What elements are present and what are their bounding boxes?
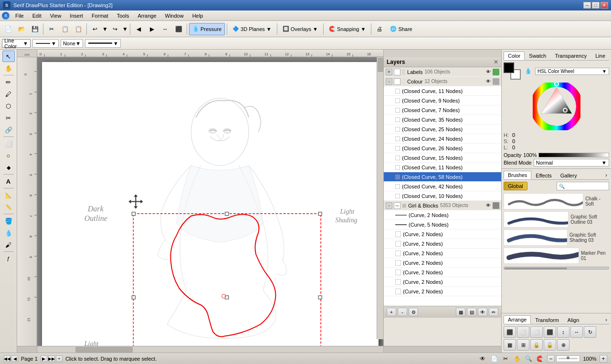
- layer-item-c2h[interactable]: (Curve, 2 Nodes): [384, 287, 501, 296]
- layer-item-cc25[interactable]: (Closed Curve, 25 Nodes): [384, 125, 501, 134]
- layer-item-c2d[interactable]: (Curve, 2 Nodes): [384, 249, 501, 258]
- color-tab-transparency[interactable]: Transparency: [550, 52, 591, 60]
- layer-item-cc58-selected[interactable]: (Closed Curve, 58 Nodes): [384, 172, 501, 182]
- layer-group-labels[interactable]: + ░ Labels 106 Objects 👁: [384, 67, 501, 77]
- open-button[interactable]: 📂: [15, 23, 28, 35]
- arrange-panel-expand-btn[interactable]: ›: [603, 316, 609, 323]
- ellipse-tool[interactable]: ○: [2, 150, 15, 161]
- girlblocks-collapse-btn[interactable]: -: [386, 202, 392, 209]
- menu-format[interactable]: Format: [88, 12, 112, 20]
- brushes-scrollbar[interactable]: [504, 267, 609, 270]
- layer-item-c2e[interactable]: (Curve, 2 Nodes): [384, 258, 501, 268]
- overlays-button[interactable]: 🔲Overlays▼: [279, 23, 321, 35]
- measure-tool[interactable]: 📏: [2, 201, 15, 213]
- line-style-dropdown[interactable]: ▼: [32, 39, 59, 48]
- page-next-btn[interactable]: ▶: [41, 355, 47, 362]
- menu-insert[interactable]: Insert: [66, 12, 87, 20]
- labels-visibility[interactable]: [394, 69, 400, 75]
- send-backward-btn[interactable]: ⬜: [530, 326, 543, 338]
- crop-tool[interactable]: 📐: [2, 189, 15, 201]
- pressure-button[interactable]: 💧Pressure: [189, 23, 225, 35]
- layer-item-cc9[interactable]: (Closed Curve, 9 Nodes): [384, 96, 501, 105]
- labels-expand-btn[interactable]: +: [386, 69, 392, 75]
- vscroll-thumb[interactable]: [378, 58, 383, 72]
- minimize-button[interactable]: ─: [583, 2, 591, 9]
- selection-handle-tl[interactable]: [132, 212, 135, 216]
- flip-h-button[interactable]: ◀: [132, 23, 145, 35]
- brushes-scroll-thumb[interactable]: [505, 268, 567, 270]
- rotate-arrange-btn[interactable]: ↻: [584, 326, 596, 338]
- selection-handle-tr[interactable]: [318, 212, 322, 216]
- layer-view-btn3[interactable]: 👁: [478, 308, 487, 316]
- redo-dropdown[interactable]: ▼: [122, 23, 128, 35]
- node-tool[interactable]: ⬡: [2, 100, 15, 112]
- connect-tool[interactable]: 🔗: [2, 124, 15, 135]
- selection-handle-mr[interactable]: [318, 296, 322, 299]
- new-button[interactable]: 📄: [2, 23, 14, 35]
- copy-button[interactable]: 📋: [59, 23, 71, 35]
- line-color-dropdown[interactable]: Line Color ▼: [2, 39, 31, 48]
- girlblocks-color-chip[interactable]: [493, 202, 499, 209]
- layer-item-cc42[interactable]: (Closed Curve, 42 Nodes): [384, 182, 501, 191]
- layer-item-cc15[interactable]: (Closed Curve, 15 Nodes): [384, 153, 501, 163]
- select-tool[interactable]: ↖: [2, 51, 15, 62]
- eyedropper-icon[interactable]: 💧: [524, 67, 532, 75]
- duplicate-btn[interactable]: ⊕: [557, 339, 569, 351]
- flip-v-button[interactable]: ▶: [146, 23, 158, 35]
- girlblocks-visibility[interactable]: ─: [394, 202, 400, 209]
- layer-view-btn2[interactable]: ▤: [467, 308, 476, 316]
- rect-tool[interactable]: ⬜: [2, 138, 15, 149]
- save-button[interactable]: 💾: [29, 23, 41, 35]
- share-button[interactable]: 🌐Share: [387, 23, 415, 35]
- layer-item-cc26[interactable]: (Closed Curve, 26 Nodes): [384, 144, 501, 153]
- layer-group-colour[interactable]: - ░ Colour 12 Objects 👁: [384, 77, 501, 86]
- text-tool[interactable]: A: [2, 176, 15, 187]
- status-eye-icon[interactable]: 👁: [478, 354, 487, 363]
- layer-item-c2b[interactable]: (Curve, 2 Nodes): [384, 229, 501, 239]
- send-to-back-btn[interactable]: ⬛: [544, 326, 556, 338]
- colour-color-chip[interactable]: [493, 78, 499, 85]
- cut-button[interactable]: ✂: [45, 23, 58, 35]
- snapping-button[interactable]: 🧲Snapping▼: [326, 23, 369, 35]
- layer-group-girlblocks[interactable]: - ─ ▦ Girl & Blocks 5353 Objects 👁: [384, 201, 501, 210]
- brush-tool[interactable]: 🖌: [2, 239, 15, 250]
- knife-tool[interactable]: ✂: [2, 112, 15, 124]
- arrange-tab-transform[interactable]: Transform: [531, 316, 563, 324]
- girlblocks-eye-icon[interactable]: 👁: [485, 202, 492, 209]
- layers-panel-close-btn[interactable]: ✕: [494, 59, 498, 65]
- layer-item-cc35[interactable]: (Closed Curve, 35 Nodes): [384, 115, 501, 125]
- selection-handle-tm[interactable]: [225, 212, 229, 216]
- arrange-tab-align[interactable]: Align: [563, 316, 583, 324]
- bring-to-front-btn[interactable]: ⬛: [504, 326, 516, 338]
- page-last-btn[interactable]: ▶▶: [48, 355, 55, 362]
- page-first-btn[interactable]: ◀◀: [4, 355, 11, 362]
- status-scissors-icon[interactable]: ✂: [501, 354, 510, 363]
- colour-visibility[interactable]: [394, 78, 400, 85]
- layer-view-btn4[interactable]: ✏: [489, 308, 498, 316]
- flip-h-arrange-btn[interactable]: ↔: [570, 326, 583, 338]
- layer-item-c2a[interactable]: (Curve, 2 Nodes): [384, 210, 501, 220]
- hscroll-track[interactable]: [37, 346, 383, 353]
- zoom-out-btn[interactable]: −: [547, 355, 555, 363]
- layer-item-cc7[interactable]: (Closed Curve, 7 Nodes): [384, 105, 501, 115]
- layer-item-c2c[interactable]: (Curve, 2 Nodes): [384, 239, 501, 249]
- colour-collapse-btn[interactable]: -: [386, 78, 392, 85]
- labels-color-chip[interactable]: [493, 69, 499, 75]
- line-weight-dropdown[interactable]: ▼: [85, 39, 121, 48]
- bring-forward-btn[interactable]: ⬜: [517, 326, 529, 338]
- close-button[interactable]: ✕: [600, 2, 608, 9]
- status-page-icon[interactable]: 📄: [490, 354, 498, 363]
- brush-graphic-soft-outline[interactable]: Graphic Soft Outline 03: [504, 211, 609, 228]
- rotate2-button[interactable]: ⬛: [172, 23, 185, 35]
- print-button[interactable]: 🖨: [373, 23, 386, 35]
- arrange-tab-arrange[interactable]: Arrange: [504, 315, 531, 324]
- pencil-tool[interactable]: ✏: [2, 76, 15, 88]
- zoom-in-btn[interactable]: +: [600, 355, 607, 363]
- selection-handle-ml[interactable]: [132, 296, 135, 299]
- status-pan-icon[interactable]: ✋: [513, 354, 521, 363]
- menu-arrange[interactable]: Arrange: [134, 12, 160, 20]
- opacity-slider[interactable]: [538, 153, 609, 157]
- global-label[interactable]: Global: [504, 182, 527, 190]
- menu-view[interactable]: View: [46, 12, 65, 20]
- layer-item-cc10[interactable]: (Closed Curve, 10 Nodes): [384, 191, 501, 201]
